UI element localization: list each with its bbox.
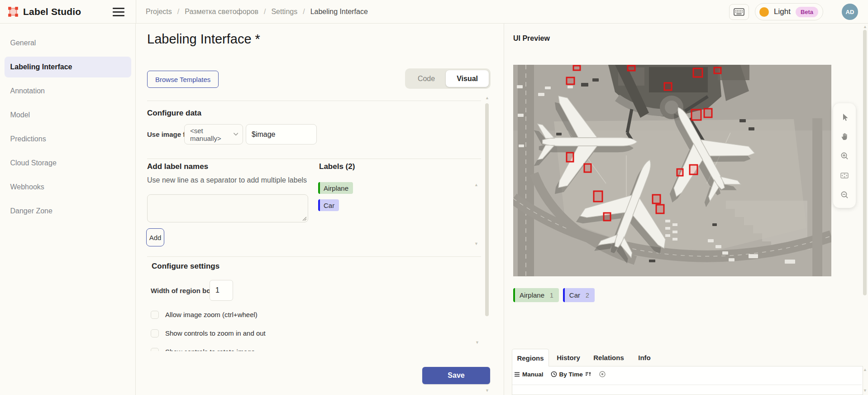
labels-scroll-down-icon[interactable]: ▼ bbox=[474, 242, 478, 246]
chevron-down-icon bbox=[234, 133, 238, 136]
regions-scroll-down-icon[interactable]: ▼ bbox=[863, 389, 867, 393]
keyboard-icon bbox=[734, 8, 744, 16]
sidebar-item-general[interactable]: General bbox=[5, 33, 131, 53]
breadcrumb: Projects / Разметка светофоров / Setting… bbox=[146, 0, 368, 24]
ui-preview-panel: UI Preview bbox=[504, 24, 868, 395]
main-scroll-down-icon[interactable]: ▼ bbox=[485, 389, 489, 393]
tab-relations[interactable]: Relations bbox=[588, 349, 630, 366]
breadcrumb-project-name[interactable]: Разметка светофоров bbox=[185, 8, 258, 16]
theme-toggle[interactable]: Light Beta bbox=[755, 3, 823, 20]
breadcrumb-separator: / bbox=[264, 8, 266, 16]
hotkey-label: Airplane bbox=[520, 291, 544, 299]
sidebar-item-cloud-storage[interactable]: Cloud Storage bbox=[5, 153, 131, 173]
regions-scroll-up-icon[interactable]: ▲ bbox=[863, 368, 867, 372]
sidebar-item-webhooks[interactable]: Webhooks bbox=[5, 177, 131, 198]
preview-image[interactable] bbox=[513, 65, 831, 276]
add-label-button[interactable]: Add bbox=[146, 228, 164, 246]
app-logo[interactable]: Label Studio bbox=[7, 0, 81, 24]
theme-color-dot-icon bbox=[759, 7, 769, 17]
sidebar-item-labeling-interface[interactable]: Labeling Interface bbox=[5, 57, 131, 77]
toggle-option-code[interactable]: Code bbox=[407, 70, 446, 87]
keyboard-shortcuts-button[interactable] bbox=[729, 4, 749, 20]
checkbox-image-zoom[interactable] bbox=[151, 311, 159, 319]
toggle-option-visual[interactable]: Visual bbox=[446, 70, 489, 87]
regions-toolbar: Manual By Time bbox=[514, 371, 606, 378]
settings-scroll-down-icon[interactable]: ▼ bbox=[475, 341, 479, 345]
checkbox-row-rotate-controls[interactable]: Show controls to rotate image bbox=[151, 342, 386, 351]
label-studio-logo-icon bbox=[7, 6, 19, 18]
configure-data-heading: Configure data bbox=[147, 109, 201, 118]
checkbox-row-image-zoom[interactable]: Allow image zoom (ctrl+wheel) bbox=[151, 305, 386, 324]
breadcrumb-projects[interactable]: Projects bbox=[146, 8, 172, 16]
label-item-airplane: Airplane bbox=[318, 182, 353, 194]
tab-history[interactable]: History bbox=[549, 349, 588, 366]
toggle-visibility-button[interactable] bbox=[599, 371, 606, 378]
region-border-width-input[interactable] bbox=[210, 280, 233, 301]
label-chip-airplane[interactable]: Airplane bbox=[318, 182, 353, 194]
select-tool-button[interactable] bbox=[835, 107, 854, 126]
order-by-time[interactable]: By Time bbox=[551, 371, 591, 378]
page-title: Labeling Interface * bbox=[147, 32, 260, 47]
sidebar-item-annotation[interactable]: Annotation bbox=[5, 81, 131, 101]
checkbox-row-zoom-controls[interactable]: Show controls to zoom in and out bbox=[151, 324, 386, 342]
code-visual-toggle: Code Visual bbox=[405, 68, 491, 89]
breadcrumb-settings[interactable]: Settings bbox=[271, 8, 297, 16]
group-by-label: Manual bbox=[522, 371, 544, 378]
fit-screen-button[interactable] bbox=[835, 165, 854, 185]
eye-icon bbox=[599, 371, 606, 378]
hotkey-number: 2 bbox=[586, 292, 589, 299]
settings-sidebar: General Labeling Interface Annotation Mo… bbox=[0, 24, 136, 395]
checkbox-label: Allow image zoom (ctrl+wheel) bbox=[165, 311, 258, 318]
label-item-car: Car bbox=[318, 199, 339, 211]
image-toolbar bbox=[833, 103, 856, 208]
page-scroll-up-icon[interactable]: ▲ bbox=[863, 25, 867, 29]
page-scrollbar[interactable] bbox=[863, 30, 867, 295]
checkbox-label: Show controls to rotate image bbox=[165, 348, 255, 351]
hotkey-chip-car[interactable]: Car 2 bbox=[563, 288, 595, 302]
tab-info[interactable]: Info bbox=[630, 349, 659, 366]
breadcrumb-separator: / bbox=[303, 8, 305, 16]
annotation-tabs: Regions History Relations Info bbox=[512, 349, 659, 366]
checkbox-zoom-controls[interactable] bbox=[151, 329, 159, 337]
group-manual-icon bbox=[514, 372, 520, 377]
cursor-icon bbox=[840, 112, 849, 121]
sidebar-item-danger-zone[interactable]: Danger Zone bbox=[5, 201, 131, 222]
hotkey-label: Car bbox=[569, 291, 580, 299]
image-variable-input[interactable] bbox=[246, 124, 317, 145]
zoom-out-button[interactable] bbox=[835, 185, 854, 204]
hotkey-chip-airplane[interactable]: Airplane 1 bbox=[513, 288, 559, 302]
image-source-value: <set manually> bbox=[190, 127, 234, 142]
hotkey-labels: Airplane 1 Car 2 bbox=[513, 288, 595, 302]
label-names-input[interactable] bbox=[147, 194, 308, 222]
divider bbox=[147, 101, 481, 101]
order-by-label: By Time bbox=[559, 371, 583, 378]
image-source-select[interactable]: <set manually> bbox=[184, 124, 243, 145]
pan-tool-button[interactable] bbox=[835, 126, 854, 146]
tab-regions[interactable]: Regions bbox=[512, 349, 549, 366]
main-scroll-up-icon[interactable]: ▲ bbox=[485, 96, 489, 100]
regions-divider bbox=[512, 385, 862, 385]
pan-hand-icon bbox=[840, 132, 849, 141]
hamburger-menu-icon[interactable] bbox=[113, 6, 126, 18]
fit-screen-icon bbox=[839, 171, 849, 180]
label-chip-car[interactable]: Car bbox=[318, 199, 339, 211]
save-button[interactable]: Save bbox=[422, 367, 490, 384]
checkbox-rotate-controls[interactable] bbox=[151, 348, 159, 352]
labels-scroll-up-icon[interactable]: ▲ bbox=[474, 183, 478, 187]
zoom-in-icon bbox=[840, 151, 849, 160]
sort-order-icon bbox=[585, 371, 591, 377]
app-header: Label Studio Projects / Разметка светофо… bbox=[0, 0, 868, 24]
main-scrollbar[interactable] bbox=[485, 103, 489, 316]
group-by-manual[interactable]: Manual bbox=[514, 371, 544, 378]
settings-checkbox-list: Allow image zoom (ctrl+wheel) Show contr… bbox=[151, 305, 386, 351]
breadcrumb-separator: / bbox=[177, 8, 179, 16]
add-label-names-heading: Add label names bbox=[147, 162, 208, 171]
zoom-in-button[interactable] bbox=[835, 146, 854, 165]
avatar[interactable]: AD bbox=[842, 4, 858, 20]
header-divider bbox=[136, 0, 136, 24]
divider bbox=[147, 256, 481, 257]
sidebar-item-model[interactable]: Model bbox=[5, 105, 131, 125]
browse-templates-button[interactable]: Browse Templates bbox=[147, 71, 219, 88]
breadcrumb-current-page: Labeling Interface bbox=[310, 8, 368, 16]
sidebar-item-predictions[interactable]: Predictions bbox=[5, 129, 131, 149]
